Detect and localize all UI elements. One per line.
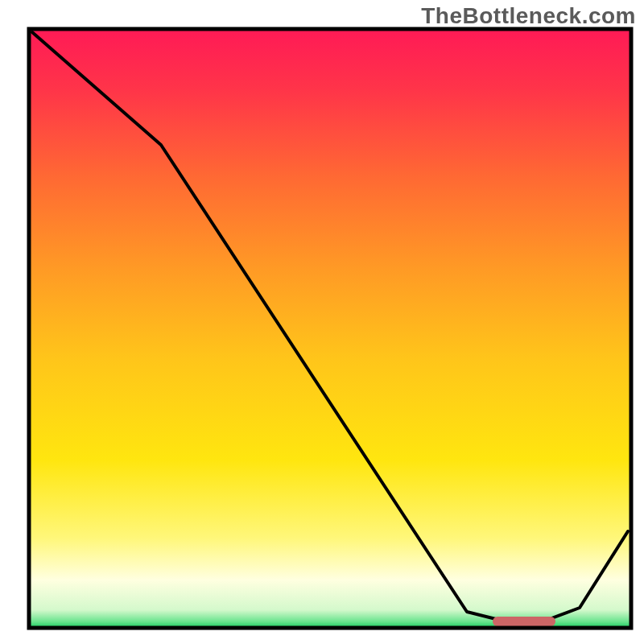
bottleneck-chart	[0, 0, 644, 644]
gradient-background	[29, 29, 631, 628]
optimal-range-marker	[493, 617, 555, 626]
chart-container: TheBottleneck.com	[0, 0, 644, 644]
